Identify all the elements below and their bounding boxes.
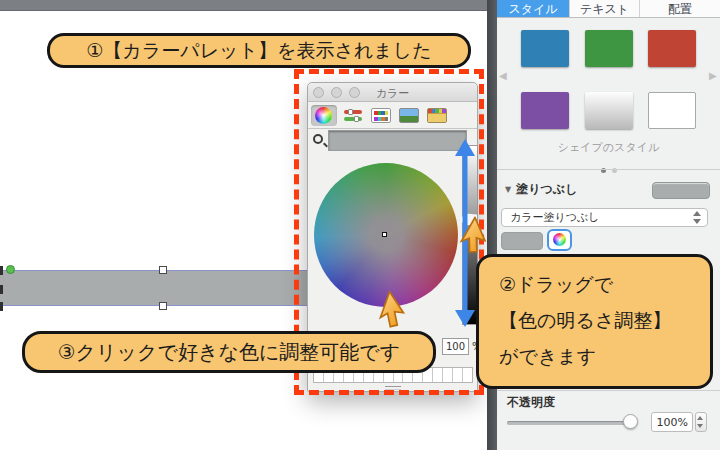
fill-section-label: 塗りつぶし — [516, 182, 577, 196]
color-panel-title: カラー — [308, 86, 477, 101]
section-divider — [497, 390, 720, 391]
opacity-value-input[interactable]: 100% — [651, 412, 693, 432]
annotation-step2-line3: ができます — [499, 338, 710, 374]
section-divider — [497, 169, 720, 170]
opacity-label: 不透明度 — [507, 394, 555, 411]
fill-color-chip-button[interactable] — [501, 232, 543, 250]
opacity-slider-thumb[interactable] — [623, 414, 638, 429]
panel-resize-grip[interactable] — [385, 386, 401, 390]
style-swatch-white[interactable] — [648, 92, 696, 129]
tab-arrange[interactable]: 配置 — [640, 0, 720, 17]
annotation-step1: ①【カラーパレット】を表示されました — [47, 33, 471, 68]
tab-style[interactable]: スタイル — [497, 0, 570, 17]
shape-styles-label: シェイプのスタイル — [497, 140, 720, 155]
style-swatch-blue[interactable] — [521, 30, 569, 67]
current-color-well[interactable] — [328, 130, 467, 151]
fill-type-value: カラー塗りつぶし — [510, 211, 600, 224]
color-wheel-tab-button[interactable] — [311, 105, 337, 126]
annotation-step2-line1: ②ドラッグで — [499, 266, 710, 302]
color-sliders-tab-button[interactable] — [340, 105, 366, 126]
tray-swatch[interactable] — [463, 368, 472, 382]
shape-handle-top[interactable] — [159, 266, 167, 274]
shape-handle-edge[interactable] — [0, 285, 3, 294]
style-swatch-red[interactable] — [648, 30, 696, 67]
styles-pager-next-icon[interactable]: ▶ — [709, 70, 717, 81]
color-panel-titlebar[interactable]: カラー — [308, 83, 477, 102]
color-palettes-tab-button[interactable] — [368, 105, 394, 126]
shape-handle-edge[interactable] — [0, 302, 3, 311]
annotation-step2: ②ドラッグで 【色の明るさ調整】 ができます — [476, 254, 713, 389]
shape-handle-bottom[interactable] — [159, 302, 167, 310]
style-swatch-gradient[interactable] — [585, 92, 633, 129]
crayons-icon — [427, 108, 447, 123]
tray-swatch[interactable] — [433, 368, 443, 382]
opacity-stepper[interactable] — [695, 412, 707, 432]
crayons-tab-button[interactable] — [424, 105, 450, 126]
image-palettes-tab-button[interactable] — [396, 105, 422, 126]
disclosure-triangle-icon[interactable]: ▼ — [505, 185, 511, 194]
styles-pager-prev-icon[interactable]: ◀ — [499, 70, 507, 81]
fill-section-header[interactable]: ▼塗りつぶし — [505, 181, 577, 198]
open-color-panel-button[interactable] — [547, 229, 572, 251]
app-toolbar-strip — [0, 0, 487, 11]
selected-shape-rectangle[interactable] — [0, 270, 307, 306]
color-wheel-selection-marker — [382, 232, 387, 237]
annotation-step3: ③クリックで好きな色に調整可能です — [22, 331, 436, 373]
tray-swatch[interactable] — [453, 368, 463, 382]
color-panel-toolbar — [308, 102, 477, 129]
search-magnifier-icon[interactable] — [313, 134, 323, 144]
palette-grid-icon — [371, 108, 391, 123]
dropdown-stepper-icon — [692, 211, 702, 224]
pointer-cursor-icon — [378, 290, 409, 332]
shape-handle-green[interactable] — [6, 265, 15, 274]
shape-handle-edge[interactable] — [0, 266, 3, 275]
page-indicator — [497, 158, 720, 177]
screen: カラー — [0, 0, 720, 450]
color-wheel-icon — [315, 107, 332, 124]
style-swatch-purple[interactable] — [521, 92, 569, 129]
fill-type-dropdown[interactable]: カラー塗りつぶし — [501, 208, 708, 227]
panel-opacity-input[interactable]: 100 — [442, 338, 469, 355]
format-tabbar: スタイル テキスト 配置 — [497, 0, 720, 18]
tray-swatch[interactable] — [443, 368, 453, 382]
fill-color-well[interactable] — [652, 182, 710, 199]
sliders-icon — [344, 109, 362, 122]
style-swatch-green[interactable] — [585, 30, 633, 67]
annotation-step2-line2: 【色の明るさ調整】 — [499, 302, 710, 338]
color-wheel-icon — [553, 233, 566, 246]
tab-text[interactable]: テキスト — [570, 0, 640, 17]
image-icon — [399, 108, 419, 123]
opacity-slider[interactable] — [507, 421, 635, 425]
